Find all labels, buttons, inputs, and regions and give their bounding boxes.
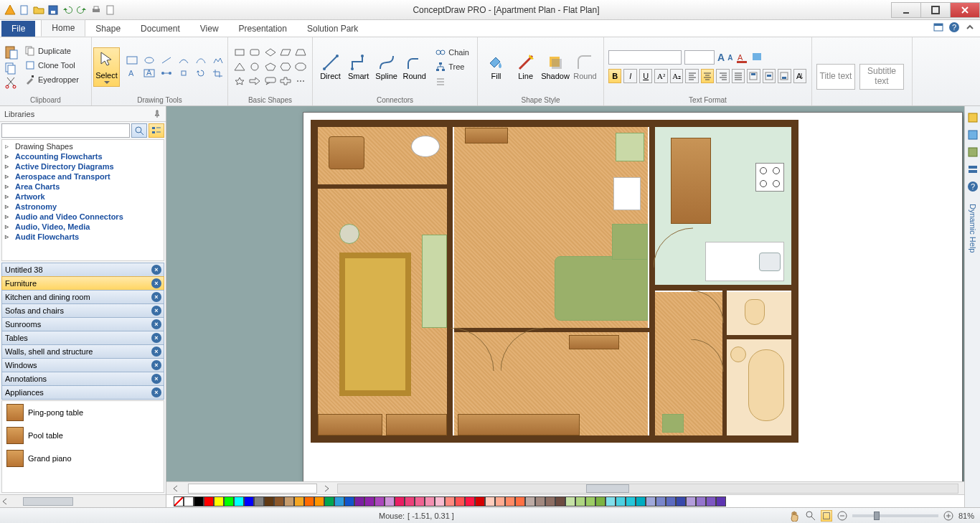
close-library-icon[interactable]: × — [151, 278, 161, 288]
hand-tool-icon[interactable] — [789, 510, 801, 522]
fridge[interactable] — [613, 177, 641, 210]
tab-solution-park[interactable]: Solution Park — [297, 21, 368, 37]
panel-hscroll[interactable] — [0, 494, 166, 507]
color-swatch[interactable] — [435, 496, 445, 506]
color-swatch[interactable] — [405, 496, 415, 506]
eyedropper-button[interactable]: Eyedropper — [22, 73, 83, 86]
color-swatch[interactable] — [676, 496, 686, 506]
tree-node[interactable]: Accounting Flowcharts — [2, 151, 164, 161]
open-library-item[interactable]: Annotations× — [1, 372, 164, 386]
shadow-button[interactable]: Shadow — [541, 53, 570, 80]
page-next-icon[interactable] — [321, 484, 331, 494]
color-swatch[interactable] — [244, 496, 254, 506]
color-swatch[interactable] — [455, 496, 465, 506]
tool-text[interactable]: A — [124, 67, 140, 80]
tool-crop[interactable] — [210, 67, 226, 80]
align-right-button[interactable] — [716, 69, 729, 83]
paste-icon[interactable] — [4, 44, 19, 60]
shape-rect[interactable] — [232, 46, 246, 59]
page[interactable] — [303, 112, 963, 481]
valign-bot-button[interactable] — [778, 69, 791, 83]
undo-icon[interactable] — [62, 4, 73, 16]
zoom-out-icon[interactable] — [837, 510, 848, 522]
minimize-button[interactable] — [891, 2, 921, 18]
title-placeholder[interactable]: Title text — [816, 64, 855, 90]
connector-round[interactable]: Round — [401, 53, 428, 80]
color-swatch[interactable] — [505, 496, 515, 506]
tree-node[interactable]: Audio, Video, Media — [2, 222, 164, 232]
color-swatch[interactable] — [616, 496, 626, 506]
page-icon[interactable] — [105, 4, 116, 16]
color-swatch[interactable] — [555, 496, 565, 506]
color-swatch[interactable] — [344, 496, 354, 506]
armchair[interactable] — [329, 136, 364, 169]
shape-arrow[interactable] — [248, 75, 261, 88]
duplicate-button[interactable]: Duplicate — [22, 44, 83, 57]
sofa-corner[interactable] — [612, 224, 648, 260]
subtitle-placeholder[interactable]: Subtitle text — [859, 64, 904, 90]
tree-node[interactable]: Audit Flowcharts — [2, 232, 164, 242]
shape-diamond[interactable] — [263, 46, 277, 59]
color-swatch[interactable] — [194, 496, 204, 506]
color-swatch[interactable] — [575, 496, 585, 506]
redo-icon[interactable] — [76, 4, 88, 16]
tree-node[interactable]: Drawing Shapes — [2, 141, 164, 151]
print-icon[interactable] — [90, 4, 102, 16]
shape-triangle[interactable] — [232, 60, 246, 73]
color-swatch[interactable] — [324, 496, 334, 506]
cut-icon[interactable] — [4, 76, 19, 89]
color-swatch[interactable] — [415, 496, 425, 506]
tool-text2[interactable]: A — [141, 67, 157, 80]
library-tree[interactable]: Drawing ShapesAccounting FlowchartsActiv… — [1, 139, 164, 261]
canvas[interactable] — [166, 106, 964, 481]
color-swatch[interactable] — [274, 496, 284, 506]
color-swatch[interactable] — [565, 496, 575, 506]
tool-ellipse[interactable] — [141, 54, 157, 67]
office-chair[interactable] — [339, 224, 359, 244]
tool-polyline[interactable] — [210, 54, 226, 67]
tool-rotate[interactable] — [193, 67, 209, 80]
no-fill-swatch[interactable] — [174, 496, 184, 506]
zoom-tool-icon[interactable] — [805, 510, 816, 522]
shape-star[interactable] — [232, 75, 246, 88]
grow-font-icon[interactable]: A — [717, 52, 725, 63]
file-tab[interactable]: File — [1, 21, 35, 37]
search-button[interactable] — [131, 123, 147, 138]
rail-icon-3[interactable] — [967, 146, 979, 158]
shape-more[interactable] — [294, 75, 308, 88]
open-icon[interactable] — [33, 4, 44, 16]
tree-node[interactable]: Artwork — [2, 192, 164, 202]
color-swatch[interactable] — [304, 496, 314, 506]
rail-icon-1[interactable] — [967, 112, 979, 123]
color-swatch[interactable] — [636, 496, 646, 506]
armchair-2[interactable] — [616, 133, 644, 161]
round-table[interactable] — [411, 136, 440, 157]
tree-node[interactable]: Aerospace and Transport — [2, 171, 164, 182]
font-color-icon[interactable]: A — [735, 51, 748, 64]
rail-icon-2[interactable] — [967, 129, 979, 141]
tool-rect[interactable] — [124, 54, 140, 67]
view-mode-button[interactable] — [149, 123, 164, 138]
open-library-item[interactable]: Untitled 38× — [1, 263, 164, 277]
align-left-button[interactable] — [685, 69, 698, 83]
dynamic-help-label[interactable]: Dynamic Help — [969, 204, 977, 253]
color-swatch[interactable] — [545, 496, 555, 506]
help-icon[interactable]: ? — [948, 22, 960, 33]
open-library-item[interactable]: Sofas and chairs× — [1, 303, 164, 318]
shape-pentagon[interactable] — [263, 60, 277, 73]
maximize-button[interactable] — [920, 2, 951, 18]
zoom-percent[interactable]: 81% — [958, 512, 974, 520]
clone-tool-button[interactable]: Clone Tool — [22, 59, 83, 72]
open-library-item[interactable]: Furniture× — [1, 276, 164, 291]
sectional-sofa[interactable] — [555, 256, 648, 321]
color-swatch[interactable] — [515, 496, 525, 506]
window-list-icon[interactable] — [933, 22, 944, 33]
fill-button[interactable]: Fill — [482, 53, 510, 80]
tab-document[interactable]: Document — [131, 21, 190, 37]
tab-view[interactable]: View — [190, 21, 229, 37]
color-swatch[interactable] — [264, 496, 274, 506]
shape-hexagon[interactable] — [278, 60, 292, 73]
toilet[interactable] — [745, 299, 765, 325]
cabinet-3[interactable] — [458, 414, 580, 435]
close-library-icon[interactable]: × — [151, 347, 161, 357]
